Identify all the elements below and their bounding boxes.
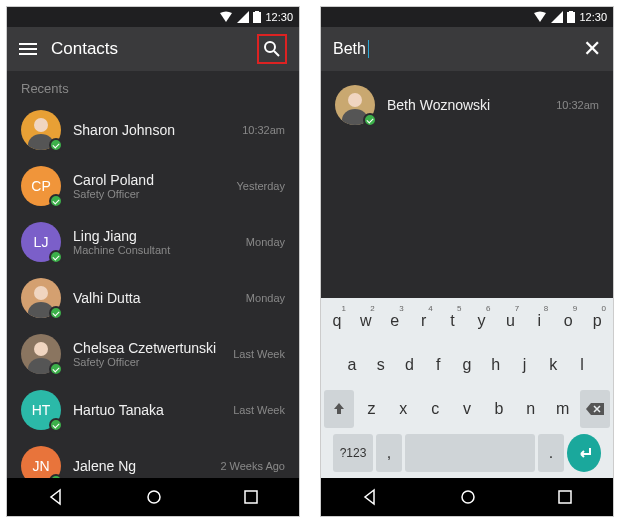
presence-icon [49, 138, 63, 152]
list-item[interactable]: LJ Ling JiangMachine Consultant Monday [7, 214, 299, 270]
timestamp: Monday [246, 292, 285, 304]
key-f[interactable]: f [425, 346, 451, 384]
timestamp: 2 Weeks Ago [220, 460, 285, 472]
home-icon[interactable] [459, 488, 477, 506]
svg-rect-21 [559, 491, 571, 503]
key-i[interactable]: i8 [526, 302, 552, 340]
key-x[interactable]: x [389, 390, 418, 428]
list-item[interactable]: Sharon Johnson 10:32am [7, 102, 299, 158]
battery-icon [253, 11, 261, 23]
status-bar: 12:30 [321, 7, 613, 27]
key-z[interactable]: z [357, 390, 386, 428]
text-caret [368, 40, 369, 58]
contact-subtitle: Machine Consultant [73, 244, 234, 256]
avatar: HT [21, 390, 61, 430]
key-o[interactable]: o9 [555, 302, 581, 340]
page-title: Contacts [51, 39, 243, 59]
keyboard: q1w2e3r4t5y6u7i8o9p0 asdfghjkl zxcvbnm ?… [321, 298, 613, 478]
contact-name: Carol Poland [73, 172, 224, 188]
key-v[interactable]: v [453, 390, 482, 428]
contact-name: Beth Woznowski [387, 97, 544, 113]
key-y[interactable]: y6 [469, 302, 495, 340]
timestamp: Last Week [233, 348, 285, 360]
svg-point-20 [462, 491, 474, 503]
search-results[interactable]: Beth Woznowski 10:32am [321, 71, 613, 298]
search-bar: ✕ [321, 27, 613, 71]
avatar [21, 334, 61, 374]
presence-icon [49, 250, 63, 264]
presence-icon [49, 418, 63, 432]
key-m[interactable]: m [548, 390, 577, 428]
key-p[interactable]: p0 [584, 302, 610, 340]
contacts-list[interactable]: Recents Sharon Johnson 10:32am CP Carol … [7, 71, 299, 478]
close-icon[interactable]: ✕ [583, 36, 601, 62]
comma-key[interactable]: , [376, 434, 402, 472]
key-w[interactable]: w2 [353, 302, 379, 340]
key-k[interactable]: k [540, 346, 566, 384]
key-s[interactable]: s [368, 346, 394, 384]
key-u[interactable]: u7 [497, 302, 523, 340]
timestamp: 10:32am [556, 99, 599, 111]
phone-left: 12:30 Contacts Recents Sharon Johnson 10… [6, 6, 300, 517]
backspace-key[interactable] [580, 390, 610, 428]
svg-line-3 [274, 51, 279, 56]
list-item[interactable]: JN Jalene Ng 2 Weeks Ago [7, 438, 299, 478]
key-d[interactable]: d [397, 346, 423, 384]
contact-name: Chelsea Czetwertunski [73, 340, 221, 356]
back-icon[interactable] [47, 488, 65, 506]
status-time: 12:30 [265, 11, 293, 23]
back-icon[interactable] [361, 488, 379, 506]
list-item[interactable]: CP Carol PolandSafety Officer Yesterday [7, 158, 299, 214]
battery-icon [567, 11, 575, 23]
avatar [21, 278, 61, 318]
contact-subtitle: Safety Officer [73, 356, 221, 368]
svg-point-2 [265, 42, 275, 52]
avatar: CP [21, 166, 61, 206]
timestamp: Last Week [233, 404, 285, 416]
timestamp: 10:32am [242, 124, 285, 136]
key-c[interactable]: c [421, 390, 450, 428]
key-h[interactable]: h [483, 346, 509, 384]
home-icon[interactable] [145, 488, 163, 506]
key-b[interactable]: b [484, 390, 513, 428]
contact-name: Sharon Johnson [73, 122, 230, 138]
list-item[interactable]: Valhi Dutta Monday [7, 270, 299, 326]
key-t[interactable]: t5 [440, 302, 466, 340]
search-button[interactable] [257, 34, 287, 64]
wifi-icon [219, 11, 233, 23]
recents-icon[interactable] [243, 489, 259, 505]
svg-point-13 [148, 491, 160, 503]
svg-rect-14 [245, 491, 257, 503]
key-r[interactable]: r4 [411, 302, 437, 340]
avatar: LJ [21, 222, 61, 262]
period-key[interactable]: . [538, 434, 564, 472]
svg-point-11 [34, 342, 48, 356]
key-j[interactable]: j [512, 346, 538, 384]
svg-rect-16 [569, 11, 573, 12]
numbers-key[interactable]: ?123 [333, 434, 373, 472]
key-l[interactable]: l [569, 346, 595, 384]
contact-name: Valhi Dutta [73, 290, 234, 306]
signal-icon [551, 11, 563, 23]
hamburger-icon[interactable] [19, 43, 37, 55]
enter-key[interactable] [567, 434, 601, 472]
list-item[interactable]: Chelsea CzetwertunskiSafety Officer Last… [7, 326, 299, 382]
wifi-icon [533, 11, 547, 23]
android-navbar [321, 478, 613, 516]
shift-key[interactable] [324, 390, 354, 428]
list-item[interactable]: HT Hartuo Tanaka Last Week [7, 382, 299, 438]
svg-point-8 [34, 286, 48, 300]
list-item[interactable]: Beth Woznowski 10:32am [321, 77, 613, 133]
presence-icon [363, 113, 377, 127]
key-g[interactable]: g [454, 346, 480, 384]
key-q[interactable]: q1 [324, 302, 350, 340]
key-n[interactable]: n [516, 390, 545, 428]
recents-icon[interactable] [557, 489, 573, 505]
key-a[interactable]: a [339, 346, 365, 384]
search-icon [263, 40, 281, 58]
contact-name: Jalene Ng [73, 458, 208, 474]
avatar [21, 110, 61, 150]
svg-rect-0 [253, 12, 261, 23]
key-e[interactable]: e3 [382, 302, 408, 340]
space-key[interactable] [405, 434, 535, 472]
